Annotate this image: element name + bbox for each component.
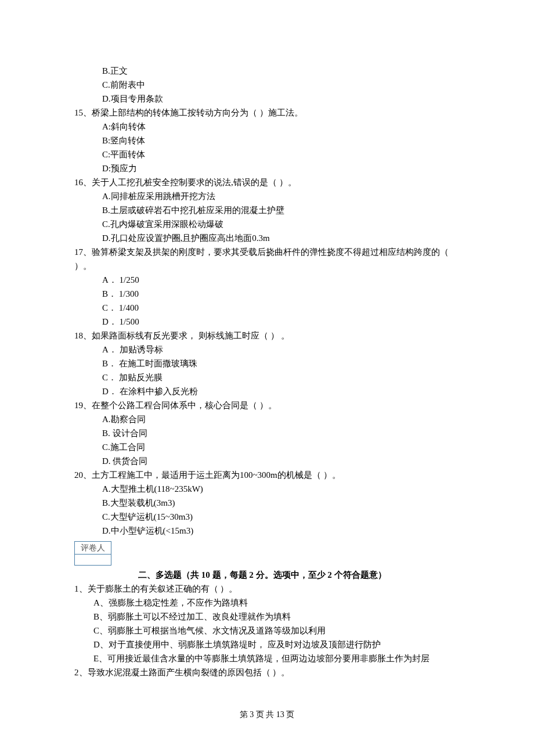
q16-stem: 16、关于人工挖孔桩安全控制要求的说法,错误的是（ ）。: [74, 175, 460, 189]
q20-opt-b: B.大型装载机(3m3): [74, 496, 460, 510]
q19-opt-d: D. 供货合同: [74, 454, 460, 468]
s2q1-opt-a: A、强膨胀土稳定性差，不应作为路填料: [74, 596, 460, 610]
q18-stem: 18、如果路面标线有反光要求， 则标线施工时应（ ） 。: [74, 329, 460, 343]
grader-box: 评卷人: [74, 541, 111, 566]
grader-blank: [75, 555, 111, 565]
q20-opt-d: D.中小型铲运机(<15m3): [74, 524, 460, 538]
s2q1-opt-e: E、可用接近最佳含水量的中等膨胀土填筑路堤，但两边边坡部分要用非膨胀土作为封层: [74, 651, 460, 665]
q17-opt-c: C． 1/400: [74, 301, 460, 315]
q20-opt-c: C.大型铲运机(15~30m3): [74, 510, 460, 524]
s2q2-stem: 2、导致水泥混凝土路面产生横向裂缝的原因包括（ ）。: [74, 665, 460, 679]
q18-opt-a: A． 加贴诱导标: [74, 343, 460, 357]
q18-opt-c: C． 加贴反光膜: [74, 370, 460, 384]
q18-opt-d: D． 在涂料中掺入反光粉: [74, 384, 460, 398]
q17-opt-b: B． 1/300: [74, 287, 460, 301]
s2q1-opt-c: C、弱膨胀土可根据当地气候、水文情况及道路等级加以利用: [74, 624, 460, 638]
s2q1-opt-d: D、对于直接使用中、弱膨胀土填筑路堤时， 应及时对边坡及顶部进行防护: [74, 638, 460, 651]
option-b-text: B.正文: [102, 66, 128, 75]
q15-stem: 15、桥梁上部结构的转体施工按转动方向分为（ ）施工法。: [74, 106, 460, 120]
q19-opt-c: C.施工合同: [74, 440, 460, 454]
q17-stem: 17、验算桥梁支架及拱架的刚度时，要求其受载后挠曲杆件的弹性挠度不得超过相应结构…: [74, 245, 460, 273]
q15-opt-c: C:平面转体: [74, 147, 460, 161]
option-c-text: C.前附表中: [102, 80, 145, 89]
q16-opt-a: A.同排桩应采用跳槽开挖方法: [74, 189, 460, 203]
q15-opt-a: A:斜向转体: [74, 120, 460, 134]
option-b: B.正文: [74, 64, 460, 78]
q19-stem: 19、在整个公路工程合同体系中，核心合同是（ ）。: [74, 398, 460, 412]
q16-opt-c: C.孔内爆破宜采用深眼松动爆破: [74, 217, 460, 231]
q19-opt-b: B. 设计合同: [74, 426, 460, 440]
s2q1-opt-b: B、弱膨胀土可以不经过加工、改良处理就作为填料: [74, 610, 460, 624]
section2-title: 二、多选题（共 10 题，每题 2 分。选项中，至少 2 个符合题意）: [138, 570, 387, 579]
q20-stem: 20、土方工程施工中，最适用于运土距离为100~300m的机械是（ ）。: [74, 468, 460, 482]
option-d: D.项目专用条款: [74, 92, 460, 106]
option-c: C.前附表中: [74, 78, 460, 92]
grader-label: 评卷人: [75, 542, 111, 555]
q15-opt-d: D:预应力: [74, 161, 460, 175]
page-footer: 第 3 页 共 13 页: [74, 708, 460, 721]
section-header: 评卷人 二、多选题（共 10 题，每题 2 分。选项中，至少 2 个符合题意）: [74, 541, 460, 582]
q17-opt-a: A． 1/250: [74, 273, 460, 287]
q19-opt-a: A.勘察合同: [74, 412, 460, 426]
q20-opt-a: A.大型推土机(118~235kW): [74, 482, 460, 496]
q16-opt-b: B.土层或破碎岩石中挖孔桩应采用的混凝土护壁: [74, 203, 460, 217]
option-d-text: D.项目专用条款: [102, 94, 163, 103]
q18-opt-b: B． 在施工时面撒玻璃珠: [74, 357, 460, 370]
q16-opt-d: D.孔口处应设置护圈,且护圈应高出地面0.3m: [74, 231, 460, 245]
q17-opt-d: D． 1/500: [74, 315, 460, 329]
s2q1-stem: 1、关于膨胀土的有关叙述正确的有（ ）。: [74, 582, 460, 596]
q15-opt-b: B:竖向转体: [74, 134, 460, 147]
